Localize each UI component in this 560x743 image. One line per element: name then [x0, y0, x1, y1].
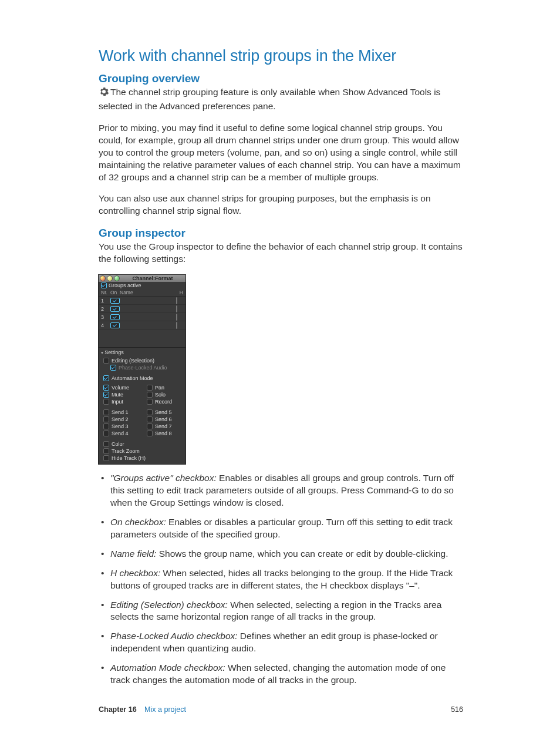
checkbox-icon — [110, 306, 120, 312]
option-label: Send 1 — [112, 409, 129, 415]
row-on — [110, 305, 120, 312]
option-row: Color — [99, 441, 185, 448]
page-title: Work with channel strip groups in the Mi… — [99, 47, 463, 65]
option-label: Track Zoom — [112, 448, 140, 454]
zoom-icon — [114, 275, 120, 281]
table-row: 2 — [99, 305, 185, 313]
page-footer: Chapter 16 Mix a project 516 — [99, 705, 463, 714]
section-heading-grouping: Grouping overview — [99, 72, 463, 85]
option-row: Send 7 — [142, 423, 185, 430]
groups-active-row: Groups active — [99, 282, 185, 289]
checkbox-icon — [103, 409, 109, 415]
row-on — [110, 322, 120, 328]
option-label: Send 8 — [155, 431, 172, 436]
option-row: Send 6 — [142, 416, 185, 423]
row-on — [110, 297, 120, 304]
option-label: Send 3 — [112, 423, 129, 429]
checkbox-icon — [147, 416, 153, 422]
col-h: H — [176, 290, 183, 295]
paragraph: You use the Group inspector to define th… — [99, 241, 463, 265]
option-row: Volume — [99, 384, 142, 391]
term: H checkbox: — [110, 568, 160, 578]
list-item: On checkbox: Enables or disables a parti… — [99, 516, 463, 541]
checkbox-icon — [147, 431, 153, 436]
option-label: Hide Track (H) — [112, 455, 146, 461]
term: "Groups active" checkbox: — [110, 473, 217, 483]
checkbox-icon — [103, 455, 109, 461]
checkbox-icon — [103, 358, 109, 364]
table-header: Nr. On Name H — [99, 289, 185, 297]
section-label: Mix a project — [144, 705, 186, 714]
checkbox-icon — [110, 314, 120, 320]
row-number: 3 — [101, 314, 110, 320]
row-number: 1 — [101, 298, 110, 304]
row-h — [176, 314, 183, 320]
checkbox-icon — [147, 423, 153, 429]
table-row: 4 — [99, 321, 185, 330]
option-row: Send 2 — [99, 416, 142, 423]
option-row: Solo — [142, 391, 185, 398]
checkbox-icon — [103, 448, 109, 454]
option-row: Record — [142, 398, 185, 405]
option-row: Hide Track (H) — [99, 455, 185, 462]
option-label: Record — [155, 399, 172, 405]
checkbox-icon — [103, 385, 109, 391]
table-row: 1 — [99, 297, 185, 305]
window-title: Channel:Format — [121, 275, 184, 281]
option-row: Automation Mode — [99, 375, 185, 382]
row-h — [176, 306, 183, 312]
option-label: Solo — [155, 392, 166, 398]
option-row: Phase-Locked Audio — [99, 364, 185, 371]
checkbox-icon — [103, 399, 109, 405]
checkbox-icon — [176, 322, 177, 329]
option-row: Track Zoom — [99, 448, 185, 455]
settings-label: Settings — [99, 347, 185, 357]
option-row: Send 1 — [99, 409, 142, 416]
checkbox-icon — [147, 409, 153, 415]
option-label: Automation Mode — [112, 375, 153, 381]
option-label: Send 6 — [155, 416, 172, 422]
group-inspector-panel: Channel:Format Groups active Nr. On Name… — [99, 275, 185, 464]
option-label: Phase-Locked Audio — [119, 365, 167, 371]
checkbox-icon — [103, 416, 109, 422]
definition: Shows the group name, which you can crea… — [156, 549, 448, 559]
option-row: Editing (Selection) — [99, 357, 185, 364]
list-item: Editing (Selection) checkbox: When selec… — [99, 599, 463, 624]
section-heading-inspector: Group inspector — [99, 227, 463, 240]
option-label: Color — [112, 441, 124, 447]
option-label: Pan — [155, 385, 164, 391]
gear-icon — [99, 86, 109, 100]
checkbox-icon — [103, 392, 109, 398]
list-item: Automation Mode checkbox: When selected,… — [99, 662, 463, 687]
definition-list: "Groups active" checkbox: Enables or dis… — [99, 472, 463, 687]
paragraph: Prior to mixing, you may find it useful … — [99, 122, 463, 184]
option-label: Volume — [112, 385, 129, 391]
checkbox-icon — [110, 322, 120, 328]
term: Phase-Locked Audio checkbox: — [110, 631, 238, 641]
page-number: 516 — [451, 705, 463, 714]
term: Editing (Selection) checkbox: — [110, 600, 228, 610]
chapter-label: Chapter 16 — [99, 705, 137, 714]
row-number: 2 — [101, 306, 110, 312]
option-row: Send 8 — [142, 430, 185, 437]
option-row: Input — [99, 398, 142, 405]
option-label: Send 5 — [155, 409, 172, 415]
paragraph: You can also use aux channel strips for … — [99, 193, 463, 217]
row-on — [110, 314, 120, 320]
close-icon — [100, 275, 106, 281]
option-label: Input — [112, 399, 123, 405]
checkbox-icon — [176, 297, 177, 304]
col-nr: Nr. — [101, 290, 110, 295]
definition: When selected, hides all tracks belongin… — [110, 568, 453, 590]
list-item: Phase-Locked Audio checkbox: Defines whe… — [99, 630, 463, 655]
table-row: 3 — [99, 313, 185, 321]
option-row: Send 5 — [142, 409, 185, 416]
option-label: Send 4 — [112, 431, 129, 436]
checkbox-icon — [147, 385, 153, 391]
option-row: Send 4 — [99, 430, 142, 437]
row-h — [176, 322, 183, 328]
groups-active-checkbox — [101, 283, 107, 288]
checkbox-icon — [103, 375, 109, 381]
list-item: "Groups active" checkbox: Enables or dis… — [99, 472, 463, 509]
minimize-icon — [107, 275, 113, 281]
